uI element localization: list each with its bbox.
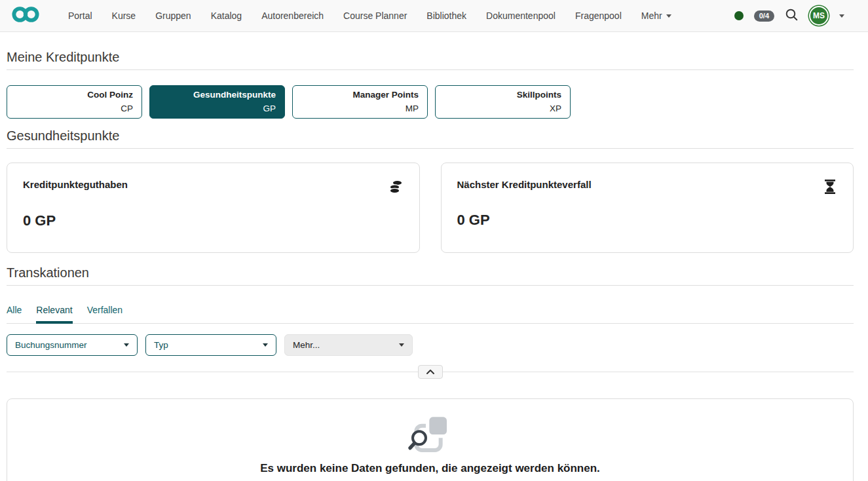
progress-badge[interactable]: 0/4 [754,10,774,22]
nav-item-portal[interactable]: Portal [68,10,92,21]
nav-item-gruppen[interactable]: Gruppen [155,10,191,21]
search-icon [785,8,799,24]
nav-item-mehr-label: Mehr [641,10,662,21]
point-type-code: MP [406,102,419,115]
caret-down-icon [399,343,404,347]
app-logo[interactable] [12,6,39,26]
divider [7,285,854,286]
filter-buchungsnummer[interactable]: Buchungsnummer [7,334,138,356]
infinity-logo-icon [12,6,39,26]
tab-verfallen[interactable]: Verfallen [87,305,123,323]
top-navbar: Portal Kurse Gruppen Katalog Autorenbere… [0,0,868,32]
point-type-name: Skillpoints [517,88,561,102]
transactions-tabs: Alle Relevant Verfallen [7,305,854,324]
nav-item-fragenpool[interactable]: Fragenpool [575,10,622,21]
tab-relevant[interactable]: Relevant [36,305,72,323]
nav-item-autorenbereich[interactable]: Autorenbereich [261,10,324,21]
point-type-selector: Cool Poinz CP Gesundheitspunkte GP Manag… [7,85,854,119]
empty-message: Es wurden keine Daten gefunden, die ange… [260,462,600,475]
nav-item-bibliothek[interactable]: Bibliothek [426,10,466,21]
caret-down-icon [666,14,671,18]
page-title: Meine Kreditpunkte [7,50,854,65]
expiry-card-title: Nächster Kreditpunkteverfall [457,179,592,190]
avatar-menu-button[interactable] [839,14,844,18]
search-button[interactable] [785,8,799,24]
collapse-filters-button[interactable] [418,365,443,379]
point-type-code: GP [263,102,276,115]
no-results-icon [405,414,456,459]
caret-down-icon [124,343,129,347]
filter-label: Buchungsnummer [15,340,87,350]
point-type-name: Gesundheitspunkte [193,88,276,102]
point-type-card-cp[interactable]: Cool Poinz CP [7,85,142,119]
avatar[interactable]: MS [809,6,829,26]
point-type-card-xp[interactable]: Skillpoints XP [435,85,571,119]
tab-alle[interactable]: Alle [7,305,22,323]
divider [7,148,854,149]
point-type-card-mp[interactable]: Manager Points MP [292,85,428,119]
point-type-card-gp[interactable]: Gesundheitspunkte GP [149,85,285,119]
status-dot-icon [734,11,744,20]
point-type-name: Manager Points [352,88,419,102]
stat-cards: Kreditpunkteguthaben 0 GP Nächster Kredi… [7,163,854,253]
point-type-code: XP [550,102,561,115]
chevron-up-icon [426,367,435,377]
expiry-value: 0 GP [457,212,838,229]
main-content: Meine Kreditpunkte Cool Poinz CP Gesundh… [0,50,868,481]
empty-state: Es wurden keine Daten gefunden, die ange… [7,398,854,481]
transactions-title: Transkationen [7,265,854,280]
section-title: Gesundheitspunkte [7,128,854,144]
point-type-name: Cool Poinz [87,88,133,102]
balance-value: 0 GP [23,212,404,229]
nav-item-dokumentenpool[interactable]: Dokumentenpool [486,10,556,21]
balance-card-title: Kreditpunkteguthaben [23,179,128,190]
balance-card: Kreditpunkteguthaben 0 GP [7,163,420,253]
expiry-card: Nächster Kreditpunkteverfall 0 GP [441,163,854,253]
hourglass-icon [823,179,837,197]
transactions-filters: Buchungsnummer Typ Mehr... [7,334,854,356]
filter-mehr[interactable]: Mehr... [284,334,413,356]
navbar-right: 0/4 MS [734,6,844,26]
divider [7,69,854,70]
nav-item-course-planner[interactable]: Course Planner [343,10,407,21]
filter-typ[interactable]: Typ [145,334,276,356]
point-type-code: CP [121,102,133,115]
nav-item-mehr[interactable]: Mehr [641,10,671,21]
main-nav: Portal Kurse Gruppen Katalog Autorenbere… [68,10,671,21]
filter-label: Typ [154,340,168,350]
filter-label: Mehr... [293,340,320,350]
caret-down-icon [263,343,268,347]
coin-stack-icon [387,179,404,198]
caret-down-icon [839,14,844,18]
nav-item-katalog[interactable]: Katalog [211,10,242,21]
filter-collapse-row [7,365,854,379]
nav-item-kurse[interactable]: Kurse [112,10,136,21]
